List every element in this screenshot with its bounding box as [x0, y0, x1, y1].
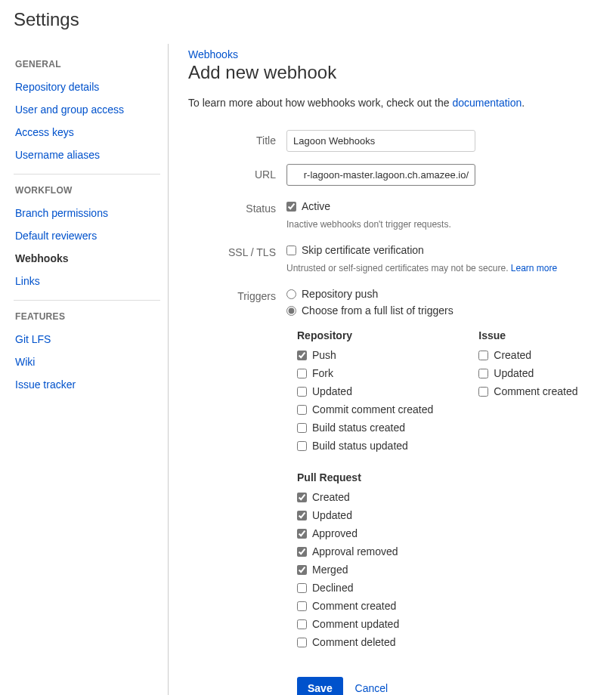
trigger-pull-request-declined-checkbox[interactable] [297, 583, 307, 593]
trigger-pull-request-label: Comment deleted [312, 636, 396, 648]
sidebar-section-heading: FEATURES [15, 311, 160, 322]
breadcrumb[interactable]: Webhooks [188, 48, 616, 60]
trigger-issue-label: Updated [494, 367, 534, 379]
sidebar-item-issue-tracker[interactable]: Issue tracker [14, 373, 160, 396]
trigger-pull-request-label: Approved [312, 527, 358, 539]
intro-prefix: To learn more about how webhooks work, c… [188, 97, 452, 109]
sidebar-item-default-reviewers[interactable]: Default reviewers [14, 224, 160, 247]
trigger-repository-label: Push [312, 349, 336, 361]
trigger-group-issue: Issue CreatedUpdatedComment created [478, 326, 584, 455]
sidebar-section-heading: WORKFLOW [15, 185, 160, 196]
trigger-pull-request-label: Approval removed [312, 545, 398, 558]
url-input[interactable] [286, 164, 475, 186]
trigger-issue-created-checkbox[interactable] [478, 351, 488, 360]
sidebar-section-heading: GENERAL [15, 59, 160, 70]
issue-heading: Issue [478, 329, 584, 341]
status-hint: Inactive webhooks don't trigger requests… [286, 219, 616, 230]
trigger-group-repository: Repository PushForkUpdatedCommit comment… [297, 326, 433, 455]
sidebar-item-username-aliases[interactable]: Username aliases [14, 144, 160, 166]
trigger-repository-label: Fork [312, 367, 333, 379]
triggers-label: Triggers [188, 286, 286, 302]
trigger-pull-request-label: Comment updated [312, 618, 399, 630]
pull-request-heading: Pull Request [297, 471, 616, 483]
trigger-repository-build-status-updated-checkbox[interactable] [297, 441, 307, 451]
sidebar-item-webhooks[interactable]: Webhooks [14, 247, 160, 270]
trigger-pull-request-comment-created-checkbox[interactable] [297, 601, 307, 611]
trigger-pull-request-label: Comment created [312, 600, 396, 612]
title-label: Title [188, 130, 286, 147]
status-active-checkbox[interactable] [286, 202, 296, 212]
page-title: Settings [14, 9, 616, 30]
sidebar-item-git-lfs[interactable]: Git LFS [14, 328, 160, 351]
trigger-pull-request-comment-updated-checkbox[interactable] [297, 619, 307, 629]
trigger-repository-updated-checkbox[interactable] [297, 387, 307, 397]
trigger-pull-request-comment-deleted-checkbox[interactable] [297, 638, 307, 647]
triggers-body: Repository PushForkUpdatedCommit comment… [297, 326, 616, 651]
url-label: URL [188, 164, 286, 181]
trigger-issue-comment-created-checkbox[interactable] [478, 387, 488, 397]
main-content: Webhooks Add new webhook To learn more a… [169, 44, 616, 695]
ssl-skip-checkbox[interactable] [286, 246, 296, 255]
status-active-text: Active [302, 200, 330, 212]
trigger-pull-request-label: Merged [312, 564, 348, 576]
trigger-repository-label: Build status updated [312, 440, 408, 452]
trigger-repository-push-checkbox[interactable] [297, 351, 307, 360]
trigger-repository-label: Build status created [312, 422, 405, 434]
trigger-mode-radio-choose-from-a-full-list-of-triggers[interactable] [286, 306, 296, 316]
cancel-button[interactable]: Cancel [355, 682, 388, 694]
trigger-issue-label: Created [494, 349, 531, 361]
trigger-repository-build-status-created-checkbox[interactable] [297, 423, 307, 433]
repository-heading: Repository [297, 329, 433, 341]
trigger-mode-radio-repository-push[interactable] [286, 289, 296, 299]
trigger-pull-request-merged-checkbox[interactable] [297, 565, 307, 575]
ssl-skip-text: Skip certificate verification [302, 244, 424, 256]
status-label: Status [188, 198, 286, 215]
settings-sidebar: GENERALRepository detailsUser and group … [14, 44, 169, 695]
trigger-repository-label: Updated [312, 385, 352, 397]
sidebar-item-repository-details[interactable]: Repository details [14, 76, 160, 98]
trigger-repository-fork-checkbox[interactable] [297, 369, 307, 378]
trigger-repository-label: Commit comment created [312, 403, 433, 415]
ssl-hint-prefix: Untrusted or self-signed certificates ma… [286, 263, 511, 273]
trigger-pull-request-approval-removed-checkbox[interactable] [297, 547, 307, 557]
sidebar-item-branch-permissions[interactable]: Branch permissions [14, 202, 160, 224]
trigger-issue-label: Comment created [494, 385, 577, 397]
trigger-pull-request-created-checkbox[interactable] [297, 493, 307, 502]
save-button[interactable]: Save [297, 677, 343, 695]
sidebar-item-user-and-group-access[interactable]: User and group access [14, 98, 160, 121]
trigger-pull-request-label: Updated [312, 509, 352, 521]
form-heading: Add new webhook [188, 62, 616, 83]
trigger-repository-commit-comment-created-checkbox[interactable] [297, 405, 307, 415]
intro-text: To learn more about how webhooks work, c… [188, 97, 616, 109]
sidebar-item-links[interactable]: Links [14, 270, 160, 292]
ssl-learn-more-link[interactable]: Learn more [511, 263, 557, 273]
trigger-pull-request-updated-checkbox[interactable] [297, 511, 307, 520]
documentation-link[interactable]: documentation [452, 97, 522, 109]
trigger-issue-updated-checkbox[interactable] [478, 369, 488, 378]
sidebar-item-wiki[interactable]: Wiki [14, 351, 160, 373]
intro-suffix: . [522, 97, 525, 109]
trigger-group-pull-request: Pull Request CreatedUpdatedApprovedAppro… [297, 471, 616, 651]
trigger-pull-request-approved-checkbox[interactable] [297, 529, 307, 539]
trigger-pull-request-label: Created [312, 491, 350, 503]
title-input[interactable] [286, 130, 475, 152]
trigger-mode-label: Repository push [302, 288, 378, 300]
ssl-label: SSL / TLS [188, 242, 286, 258]
trigger-pull-request-label: Declined [312, 582, 353, 594]
ssl-hint: Untrusted or self-signed certificates ma… [286, 263, 616, 273]
sidebar-item-access-keys[interactable]: Access keys [14, 121, 160, 144]
trigger-mode-label: Choose from a full list of triggers [302, 304, 453, 317]
